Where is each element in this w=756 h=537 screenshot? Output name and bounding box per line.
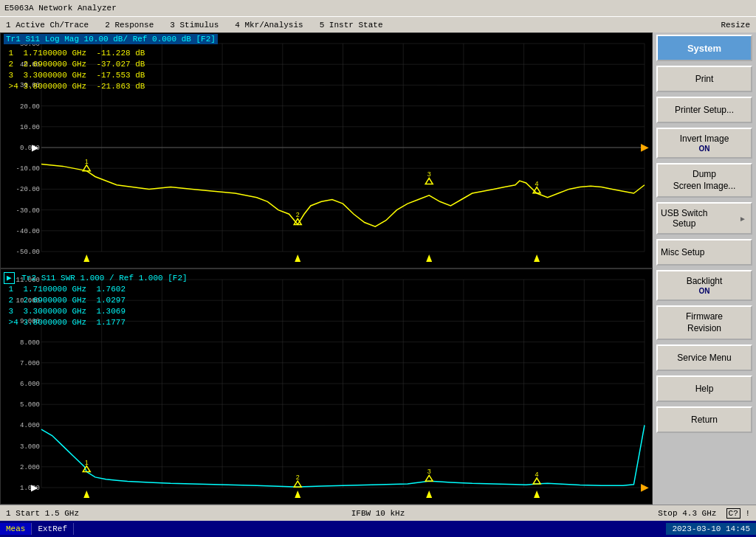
bottom-bar: Meas ExtRef 2023-03-10 14:45	[0, 521, 756, 537]
status-start: 1 Start 1.5 GHz	[0, 509, 256, 518]
trace1-header: Tr1 S11 Log Mag 10.00 dB/ Ref 0.000 dB […	[4, 35, 218, 44]
service-menu-button[interactable]: Service Menu	[656, 344, 752, 371]
backlight-button[interactable]: Backlight ON	[656, 270, 752, 301]
printer-setup-button[interactable]: Printer Setup...	[656, 97, 752, 123]
status-exclaim: !	[745, 509, 750, 518]
window-title: E5063A Network Analyzer	[4, 4, 117, 13]
firmware-revision-button[interactable]: Firmware Revision	[656, 305, 752, 340]
status-bar: 1 Start 1.5 GHz IFBW 10 kHz Stop 4.3 GHz…	[0, 505, 756, 521]
status-ifbw: IFBW 10 kHz	[256, 509, 501, 518]
misc-setup-button[interactable]: Misc Setup	[656, 239, 752, 266]
trace2-markers: 1 1.7100000 GHz 1.7602 2 2.6900000 GHz 1…	[4, 284, 126, 328]
title-bar: E5063A Network Analyzer	[0, 0, 756, 16]
trace2-header: Tr2 S11 SWR 1.000 / Ref 1.000 [F2]	[21, 274, 187, 283]
trace1-area: Tr1 S11 Log Mag 10.00 dB/ Ref 0.000 dB […	[0, 32, 653, 268]
invert-image-button[interactable]: Invert Image ON	[656, 128, 752, 159]
bottom-extref[interactable]: ExtRef	[32, 523, 74, 535]
right-panel: System Print Printer Setup... Invert Ima…	[653, 32, 756, 505]
bottom-datetime: 2023-03-10 14:45	[666, 523, 756, 535]
menu-stimulus[interactable]: 3 Stimulus	[167, 19, 221, 31]
chart-area: Tr1 S11 Log Mag 10.00 dB/ Ref 0.000 dB […	[0, 32, 653, 505]
usb-switch-button[interactable]: USB SwitchSetup ►	[656, 202, 752, 235]
menu-bar: 1 Active Ch/Trace 2 Response 3 Stimulus …	[0, 16, 756, 32]
help-button[interactable]: Help	[656, 375, 752, 402]
menu-mkr-analysis[interactable]: 4 Mkr/Analysis	[232, 19, 306, 31]
bottom-meas[interactable]: Meas	[0, 523, 32, 535]
menu-active-ch[interactable]: 1 Active Ch/Trace	[3, 19, 92, 31]
trace2-area: ▶ Tr2 S11 SWR 1.000 / Ref 1.000 [F2] 1 1…	[0, 268, 653, 505]
return-button[interactable]: Return	[656, 406, 752, 433]
resize-button[interactable]: Resize	[718, 19, 753, 31]
menu-response[interactable]: 2 Response	[102, 19, 157, 31]
main-content: Tr1 S11 Log Mag 10.00 dB/ Ref 0.000 dB […	[0, 32, 756, 505]
system-header: System	[656, 35, 752, 61]
status-stop: Stop 4.3 GHz C? !	[500, 509, 756, 518]
dump-screen-button[interactable]: Dump Screen Image...	[656, 163, 752, 198]
trace2-header-label: ▶	[4, 272, 15, 284]
menu-instr-state[interactable]: 5 Instr State	[317, 19, 386, 31]
status-flag: C?	[726, 508, 740, 519]
trace1-markers: 1 1.7100000 GHz -11.228 dB 2 2.6900000 G…	[4, 48, 145, 92]
print-button[interactable]: Print	[656, 66, 752, 92]
